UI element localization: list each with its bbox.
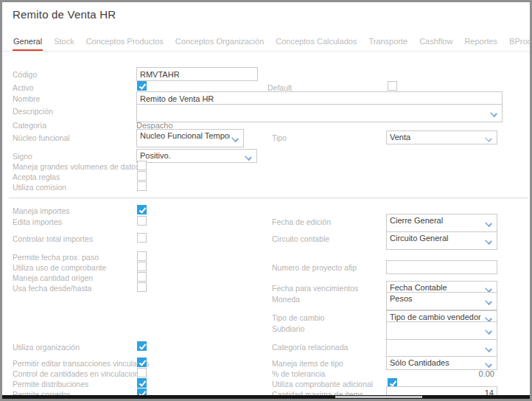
codigo-label: Código (13, 70, 37, 79)
tipo-label: Tipo (272, 133, 287, 142)
chevron-down-icon (232, 135, 238, 141)
maneja-grandes-checkbox[interactable] (137, 161, 147, 170)
tolerancia-label: % de tolerancia (272, 369, 325, 378)
utiliza-comision-checkbox[interactable] (137, 181, 147, 191)
bottom-scrollbar-thumb[interactable] (335, 396, 422, 398)
signo-label: Signo (13, 152, 32, 161)
utiliza-comision-label: Utiliza comision (13, 183, 66, 192)
maneja-importes-label: Maneja importes (13, 206, 70, 215)
permite-distribuciones-checkbox[interactable] (137, 378, 147, 388)
circuito-contable-label: Circuito contable (272, 234, 329, 243)
tab-conceptos-productos[interactable]: Conceptos Productos (85, 37, 164, 52)
chevron-down-icon (486, 135, 491, 141)
chevron-down-icon (486, 345, 491, 351)
codigo-input[interactable] (136, 67, 258, 81)
acepta-reglas-checkbox[interactable] (137, 171, 147, 181)
fecha-edicion-label: Fecha de edición (272, 217, 331, 226)
chevron-down-icon (245, 153, 251, 159)
permite-fecha-prox-label: Permite fecha prox. paso (13, 253, 99, 262)
maneja-cantidad-origen-checkbox[interactable] (137, 272, 147, 282)
tab-bproc[interactable]: BProc (508, 37, 532, 52)
fecha-edicion-combo[interactable]: Cierre General (386, 214, 497, 232)
utiliza-uso-comprobante-label: Utiliza uso de comprobante (13, 263, 106, 272)
tab-reportes[interactable]: Reportes (463, 37, 498, 52)
tab-stock[interactable]: Stock (53, 37, 75, 52)
permitir-editar-vinculadas-label: Permitir editar transacciones vinculadas (13, 359, 150, 368)
utiliza-comprobante-adicional-label: Utiliza comprobante adicional (272, 380, 373, 388)
moneda-label: Moneda (272, 295, 300, 304)
tab-conceptos-calculados[interactable]: Conceptos Calculados (275, 37, 357, 52)
edita-importes-label: Edita importes (13, 217, 62, 226)
usa-fecha-desde-hasta-checkbox[interactable] (137, 282, 147, 292)
categoria-relacionada-label: Categoría relacionada (272, 343, 348, 352)
chevron-down-icon (491, 110, 497, 116)
tab-general[interactable]: General (13, 37, 43, 52)
tab-transporte[interactable]: Transporte (368, 37, 408, 52)
control-cantidades-checkbox[interactable] (137, 368, 147, 377)
moneda-combo[interactable]: Pesos (386, 292, 497, 310)
permite-distribuciones-label: Permite distribuciones (13, 380, 88, 388)
circuito-contable-combo[interactable]: Circuito General (386, 231, 497, 250)
nucleo-funcional-combo[interactable]: Nucleo Funcional Temporal (136, 129, 244, 147)
permitir-editar-vinculadas-checkbox[interactable] (137, 358, 147, 367)
chevron-down-icon (486, 285, 491, 291)
chevron-down-icon (486, 298, 491, 304)
maneja-importes-checkbox[interactable] (137, 205, 147, 215)
activo-label: Activo (13, 83, 34, 92)
tolerancia-value: 0.00 (386, 369, 494, 378)
descripcion-label: Descripción (13, 107, 53, 116)
descripcion-combo[interactable] (136, 104, 503, 122)
maneja-items-tipo-combo[interactable]: Sólo Cantidades (386, 356, 497, 370)
numero-proyecto-afip-input[interactable] (386, 260, 497, 274)
remito-venta-window: Remito de Venta HR General Stock Concept… (0, 0, 532, 401)
fecha-vencimientos-label: Fecha para vencimientos (272, 284, 358, 293)
chevron-down-icon (486, 220, 491, 226)
utiliza-organizacion-label: Utiliza organización (13, 343, 80, 352)
tab-cashflow[interactable]: Cashflow (419, 37, 453, 52)
acepta-reglas-label: Acepta reglas (13, 172, 60, 181)
chevron-down-icon (486, 237, 491, 243)
tipo-combo[interactable]: Venta (386, 130, 497, 144)
maneja-items-tipo-label: Maneja items de tipo (272, 359, 343, 368)
categoria-relacionada-combo[interactable] (386, 339, 497, 358)
default-checkbox[interactable] (388, 81, 397, 91)
subdiario-combo[interactable] (386, 321, 497, 340)
utiliza-organizacion-checkbox[interactable] (137, 341, 147, 351)
nucleo-funcional-label: Núcleo funcional (13, 133, 70, 142)
controlar-total-label: Controlar total importes (13, 234, 93, 243)
chevron-down-icon (486, 327, 491, 333)
permite-fecha-prox-checkbox[interactable] (137, 251, 147, 261)
controlar-total-checkbox[interactable] (137, 233, 147, 243)
utiliza-uso-comprobante-checkbox[interactable] (137, 262, 147, 271)
tab-bar: General Stock Conceptos Productos Concep… (13, 37, 527, 52)
signo-combo[interactable]: Positivo. (136, 149, 257, 163)
page-title: Remito de Venta HR (13, 8, 116, 21)
nombre-label: Nombre (13, 94, 40, 103)
edita-importes-checkbox[interactable] (137, 216, 147, 226)
control-cantidades-label: Control de cantidades en vinculaciones (13, 369, 147, 378)
maneja-cantidad-origen-label: Maneja cantidad origen (13, 273, 93, 282)
window-bottom-edge (2, 395, 530, 399)
tabbar-divider (2, 51, 530, 52)
categoria-label: Categoría (13, 121, 46, 130)
usa-fecha-desde-hasta-label: Usa fecha desde/hasta (13, 284, 91, 293)
numero-proyecto-afip-label: Numero de proyecto afip (272, 263, 357, 272)
subdiario-label: Subdiario (272, 324, 304, 333)
section-divider (9, 198, 528, 198)
activo-checkbox[interactable] (137, 81, 147, 91)
maneja-grandes-label: Maneja grandes volumenes de datos (13, 162, 139, 171)
chevron-down-icon (486, 360, 491, 366)
tipo-cambio-label: Tipo de cambio (272, 313, 324, 322)
chevron-down-icon (486, 315, 491, 321)
tab-conceptos-organizacion[interactable]: Conceptos Organización (175, 37, 265, 52)
